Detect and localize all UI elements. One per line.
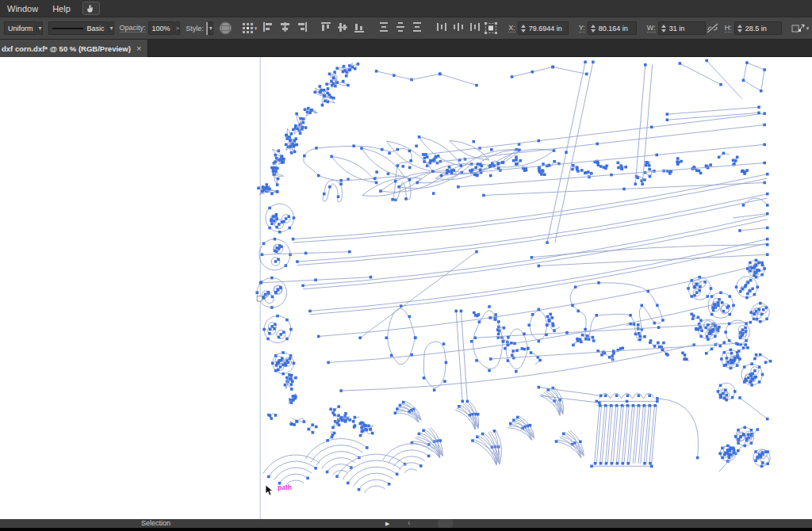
chevron-down-icon[interactable]: ▾ — [255, 25, 258, 32]
distribute-right-icon — [469, 21, 481, 33]
stepper-down-icon[interactable] — [737, 29, 742, 32]
chevron-down-icon[interactable]: ▾ — [109, 21, 114, 35]
distribute-horizontal-center-button[interactable] — [451, 20, 466, 34]
broken-chain-icon — [707, 23, 718, 33]
opacity-field[interactable]: 100% — [148, 21, 174, 35]
menu-bar: Window Help — [0, 0, 812, 17]
distribute-left-icon — [436, 21, 448, 33]
align-left-button[interactable] — [261, 20, 276, 34]
document-tab-title: dxf corn.dxf* @ 50 % (RGB/Preview) — [2, 44, 131, 53]
distribute-bottom-button[interactable] — [410, 20, 425, 34]
align-bottom-icon — [354, 21, 366, 33]
status-bar: Selection ▶ ‹ — [0, 519, 812, 528]
distribute-vertical-center-icon — [395, 21, 407, 33]
distribute-top-button[interactable] — [377, 20, 392, 34]
align-left-icon — [262, 21, 274, 33]
style-swatch[interactable] — [206, 22, 208, 35]
chevron-down-icon[interactable]: ▾ — [209, 21, 213, 35]
y-label[interactable]: Y: — [579, 24, 585, 32]
reference-point-button[interactable] — [242, 21, 254, 36]
stepper[interactable] — [591, 25, 596, 32]
x-group: X: 79.6944 in — [503, 21, 569, 35]
distribute-left-button[interactable] — [435, 20, 450, 34]
brush-select[interactable]: Basic — [48, 21, 109, 35]
touch-workspace-button[interactable] — [82, 2, 100, 15]
status-flyout-icon[interactable]: ▶ — [385, 519, 389, 528]
style-label: Style: — [186, 25, 204, 32]
align-vertical-center-icon — [337, 21, 349, 33]
tab-bar: dxf corn.dxf* @ 50 % (RGB/Preview) × — [0, 40, 812, 57]
chevron-down-icon[interactable]: ▾ — [38, 21, 43, 35]
stepper[interactable] — [521, 25, 526, 32]
stepper-up-icon[interactable] — [737, 25, 742, 28]
distribute-right-button[interactable] — [468, 20, 483, 34]
distribute-vertical-center-button[interactable] — [393, 20, 408, 34]
scrollbar-thumb[interactable] — [438, 519, 453, 528]
align-bottom-button[interactable] — [352, 20, 367, 34]
w-field[interactable]: 31 in — [658, 21, 706, 35]
stepper[interactable] — [737, 25, 742, 32]
opacity-label[interactable]: Opacity: — [120, 24, 146, 32]
stepper-up-icon[interactable] — [591, 25, 596, 28]
w-group: W: 31 in — [642, 21, 706, 35]
align-icon-row — [260, 20, 484, 36]
status-tool-label: Selection — [141, 519, 170, 528]
reference-point-icon — [242, 22, 254, 34]
control-bar: Uniform ▾ Basic ▾ Opacity: 100% > Style:… — [0, 17, 812, 40]
chevron-down-icon[interactable]: ▾ — [806, 25, 810, 32]
stepper-down-icon[interactable] — [521, 29, 526, 32]
align-top-button[interactable] — [319, 20, 334, 34]
stepper-down-icon[interactable] — [661, 29, 666, 32]
recolor-artwork-button[interactable] — [219, 21, 232, 36]
artwork — [0, 57, 812, 519]
close-icon[interactable]: × — [136, 44, 141, 52]
illustrator-window: Window Help Uniform ▾ Basic ▾ Opacity: 1… — [0, 0, 812, 531]
stepper-up-icon[interactable] — [521, 25, 526, 28]
cursor-arrow-icon — [265, 485, 274, 496]
distribute-top-icon — [378, 21, 390, 33]
smart-guide-label: path — [278, 483, 292, 491]
align-vertical-center-button[interactable] — [335, 20, 350, 34]
h-field[interactable]: 28.5 in — [734, 21, 782, 35]
y-field[interactable]: 80.164 in — [588, 21, 637, 35]
transform-menu-button[interactable] — [791, 21, 806, 36]
touch-hand-icon — [86, 4, 96, 13]
distribute-horizontal-center-icon — [453, 21, 465, 33]
distribute-bottom-icon — [412, 21, 423, 33]
constrain-proportions-button[interactable] — [707, 21, 718, 36]
w-label[interactable]: W: — [647, 24, 656, 32]
opacity-flyout-icon[interactable]: > — [175, 21, 181, 35]
y-group: Y: 80.164 in — [573, 21, 637, 35]
align-to-button[interactable] — [485, 21, 497, 36]
align-horizontal-center-button[interactable] — [278, 20, 293, 34]
stroke-preview — [52, 28, 83, 29]
window-bottom-edge — [0, 528, 812, 531]
stepper-down-icon[interactable] — [591, 29, 596, 32]
x-field[interactable]: 79.6944 in — [518, 21, 569, 35]
canvas-area[interactable]: path — [0, 57, 812, 519]
h-group: H: 28.5 in — [719, 21, 782, 35]
align-top-icon — [320, 21, 332, 33]
stepper-up-icon[interactable] — [661, 25, 666, 28]
x-label[interactable]: X: — [508, 24, 515, 32]
stepper[interactable] — [661, 25, 666, 32]
menu-help[interactable]: Help — [45, 0, 78, 17]
h-label[interactable]: H: — [725, 24, 732, 32]
transform-icon — [791, 22, 806, 34]
width-profile-select[interactable]: Uniform — [4, 21, 37, 35]
align-horizontal-center-icon — [279, 21, 291, 33]
document-tab[interactable]: dxf corn.dxf* @ 50 % (RGB/Preview) × — [0, 40, 148, 57]
scroll-left-icon[interactable]: ‹ — [408, 519, 410, 527]
align-to-icon — [485, 22, 497, 34]
align-right-icon — [296, 21, 308, 33]
menu-window[interactable]: Window — [0, 0, 45, 17]
align-right-button[interactable] — [294, 20, 309, 34]
recolor-artwork-icon — [219, 21, 232, 35]
